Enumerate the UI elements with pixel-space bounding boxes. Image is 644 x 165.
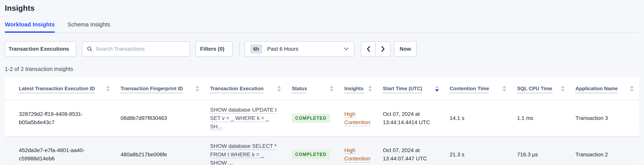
next-time-button[interactable] [376,42,390,56]
latest-execution-id-cell: 328729d2-ff19-4408-8531-b05a5b4e43c7 [5,100,115,136]
contention-time-cell: 14.1 s [444,100,512,136]
sort-icon[interactable] [502,86,506,92]
table-row: 328729d2-ff19-4408-8531-b05a5b4e43c7 08d… [5,100,639,136]
tab-schema-insights[interactable]: Schema Insights [68,21,110,32]
previous-time-button[interactable] [361,42,376,56]
column-header-transaction-fingerprint-id[interactable]: Transaction Fingerprint ID [115,77,205,100]
sql-cpu-time-cell: 716.3 µs [512,136,570,165]
chevron-right-icon [381,46,385,52]
transaction-execution-link[interactable]: SHOW database UPDATE t SET v = _ WHERE k… [210,107,276,129]
now-button[interactable]: Now [394,41,416,57]
column-header-start-time[interactable]: Start Time (UTC) [378,77,444,100]
results-summary: 1-2 of 2 transaction insights [5,66,639,72]
sort-icon[interactable] [196,86,199,92]
start-time-cell: Oct 07, 2024 at 13:44:07.447 UTC [378,136,444,165]
time-pager [361,41,390,57]
sort-icon[interactable] [106,86,110,92]
application-name-cell: Transaction 2 [570,136,639,165]
transaction-insights-table: Latest Transaction Execution ID Transact… [5,77,639,165]
start-time-cell: Oct 07, 2024 at 13:44:14.4414 UTC [378,100,444,136]
transaction-execution-link[interactable]: SHOW database SELECT * FROM t WHERE k = … [210,143,276,165]
sort-icon[interactable] [368,86,372,92]
column-header-transaction-execution[interactable]: Transaction Execution [205,77,286,100]
insight-link[interactable]: High Contention [344,147,370,161]
insights-page: Insights Workload Insights Schema Insigh… [0,0,644,165]
sort-icon-active-desc[interactable] [435,86,439,92]
table-row: 452da3e7-e7fa-4801-aa40-c59988d14eb6 480… [5,136,639,165]
application-name-cell: Transaction 3 [570,100,639,136]
column-header-status[interactable]: Status [286,77,339,100]
column-header-latest-transaction-execution-id[interactable]: Latest Transaction Execution ID [5,77,115,100]
search-input[interactable] [96,46,185,52]
toolbar-divider [239,41,240,57]
fingerprint-id-cell: 480a8b217be006fe [115,136,205,165]
column-header-insights[interactable]: Insights [339,77,378,100]
toolbar: Transaction Executions Filters (0) 6h Pa… [5,41,639,57]
execution-type-label: Transaction Executions [8,46,69,52]
filters-button[interactable]: Filters (0) [196,41,233,57]
search-icon [87,46,92,52]
filters-label: Filters (0) [200,46,224,52]
column-header-sql-cpu-time[interactable]: SQL CPU Time [512,77,570,100]
sql-cpu-time-cell: 1.1 ms [512,100,570,136]
chevron-down-icon [344,47,348,51]
sort-icon[interactable] [330,86,334,92]
sort-icon[interactable] [277,86,281,92]
fingerprint-id-cell: 08d8b7d97f830463 [115,100,205,136]
chevron-down-icon [228,48,228,51]
page-title: Insights [5,4,639,13]
tab-bar: Workload Insights Schema Insights [5,21,639,33]
latest-execution-id-cell: 452da3e7-e7fa-4801-aa40-c59988d14eb6 [5,136,115,165]
status-badge: COMPLETED [292,150,330,159]
column-header-contention-time[interactable]: Contention Time [444,77,512,100]
time-range-badge: 6h [250,45,262,53]
table-header-row: Latest Transaction Execution ID Transact… [5,77,639,100]
insights-table-card: Latest Transaction Execution ID Transact… [5,77,639,165]
contention-time-cell: 21.3 s [444,136,512,165]
search-box [82,41,190,57]
status-badge: COMPLETED [292,114,330,123]
column-header-application-name[interactable]: Application Name [570,77,639,100]
execution-type-dropdown[interactable]: Transaction Executions [5,41,76,57]
time-range-label: Past 6 Hours [267,46,298,52]
tab-workload-insights[interactable]: Workload Insights [5,21,55,32]
insight-link[interactable]: High Contention [344,111,370,125]
time-range-dropdown[interactable]: 6h Past 6 Hours [244,41,354,57]
sort-icon[interactable] [561,86,565,92]
sort-icon[interactable] [630,86,634,92]
chevron-left-icon [367,46,370,52]
